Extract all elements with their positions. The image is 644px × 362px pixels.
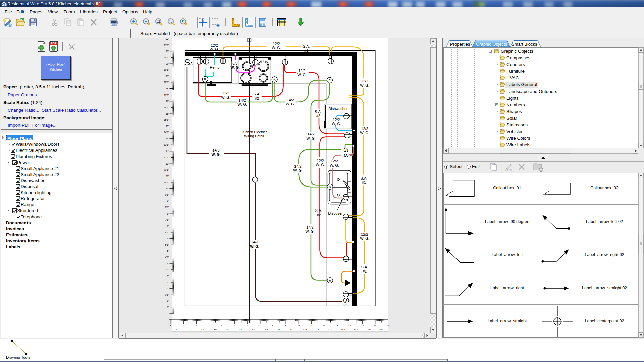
svg-text:11': 11' bbox=[310, 324, 313, 327]
svg-text:10': 10' bbox=[297, 324, 300, 327]
svg-text:W. G.: W. G. bbox=[211, 152, 221, 156]
svg-text:W. G.: W. G. bbox=[306, 136, 316, 140]
svg-text:Kichen Electrical: Kichen Electrical bbox=[242, 130, 268, 134]
svg-text:0FT: 0FT bbox=[169, 324, 173, 327]
svg-text:#2: #2 bbox=[317, 213, 321, 217]
svg-text:R: R bbox=[329, 185, 331, 189]
svg-text:6'6": 6'6" bbox=[165, 231, 169, 234]
svg-text:3'6": 3'6" bbox=[214, 328, 217, 331]
svg-text:19'6": 19'6" bbox=[164, 69, 169, 71]
svg-text:20': 20' bbox=[166, 63, 169, 65]
svg-text:15': 15' bbox=[166, 125, 169, 127]
svg-text:#1: #1 bbox=[362, 180, 366, 184]
svg-text:S.A.: S.A. bbox=[254, 92, 261, 96]
svg-text:4'6": 4'6" bbox=[226, 328, 230, 331]
svg-text:W. G.: W. G. bbox=[230, 65, 240, 69]
svg-text:8': 8' bbox=[167, 213, 169, 215]
svg-text:5': 5' bbox=[167, 250, 169, 252]
svg-text:11': 11' bbox=[166, 175, 169, 177]
svg-text:12/2: 12/2 bbox=[222, 91, 229, 95]
svg-text:S: S bbox=[184, 57, 190, 67]
svg-text:6': 6' bbox=[167, 237, 169, 240]
svg-text:14/2: 14/2 bbox=[238, 98, 246, 102]
svg-text:S: S bbox=[342, 298, 351, 303]
svg-text:14': 14' bbox=[348, 324, 351, 327]
svg-text:S.A.: S.A. bbox=[361, 265, 368, 269]
svg-text:Wiring Detail: Wiring Detail bbox=[244, 134, 264, 138]
svg-text:W. G.: W. G. bbox=[360, 83, 369, 87]
svg-text:1'6": 1'6" bbox=[188, 328, 192, 331]
svg-text:12'6": 12'6" bbox=[328, 328, 333, 331]
svg-text:6/3: 6/3 bbox=[232, 61, 237, 65]
svg-text:W. G.: W. G. bbox=[210, 47, 219, 51]
svg-text:W. G.: W. G. bbox=[221, 95, 230, 99]
svg-text:15'6": 15'6" bbox=[367, 328, 372, 331]
svg-text:W. G.: W. G. bbox=[272, 46, 281, 50]
svg-text:19': 19' bbox=[166, 75, 169, 77]
svg-text:7'6": 7'6" bbox=[265, 328, 269, 331]
svg-text:2': 2' bbox=[167, 287, 169, 290]
svg-text:S.A.: S.A. bbox=[315, 208, 322, 213]
svg-text:1'6": 1'6" bbox=[165, 294, 169, 296]
svg-text:#1: #1 bbox=[363, 269, 367, 273]
svg-text:12/2: 12/2 bbox=[361, 232, 368, 236]
svg-text:12/2: 12/2 bbox=[361, 79, 368, 83]
svg-text:21'6": 21'6" bbox=[164, 44, 169, 46]
svg-text:12/2: 12/2 bbox=[333, 118, 340, 122]
svg-text:12': 12' bbox=[166, 163, 169, 165]
svg-text:W. G.: W. G. bbox=[250, 244, 259, 248]
svg-text:9': 9' bbox=[167, 200, 169, 202]
svg-text:W. G.: W. G. bbox=[297, 73, 307, 77]
svg-text:W. G.: W. G. bbox=[360, 131, 369, 135]
svg-text:5'6": 5'6" bbox=[239, 328, 243, 331]
svg-text:6": 6" bbox=[167, 306, 169, 308]
svg-text:16'6": 16'6" bbox=[379, 328, 384, 331]
svg-text:18'6": 18'6" bbox=[164, 81, 169, 83]
svg-text:W. G.: W. G. bbox=[332, 122, 341, 126]
svg-text:7': 7' bbox=[167, 225, 169, 227]
svg-text:2'6": 2'6" bbox=[165, 281, 169, 284]
svg-text:W. G.: W. G. bbox=[360, 236, 369, 240]
svg-text:6": 6" bbox=[176, 328, 178, 331]
svg-text:6': 6' bbox=[247, 324, 248, 327]
svg-text:PDF: PDF bbox=[51, 42, 56, 45]
svg-text:R: R bbox=[204, 77, 206, 81]
svg-text:2': 2' bbox=[196, 324, 197, 327]
svg-text:#2: #2 bbox=[255, 96, 259, 100]
svg-text:#2: #2 bbox=[316, 114, 320, 118]
svg-text:17': 17' bbox=[387, 324, 389, 327]
svg-text:W. G.: W. G. bbox=[237, 102, 247, 106]
svg-text:9': 9' bbox=[285, 324, 287, 327]
svg-text:Disposer: Disposer bbox=[328, 211, 343, 215]
svg-text:3': 3' bbox=[208, 324, 210, 327]
svg-text:5: 5 bbox=[3, 3, 5, 6]
svg-text:12': 12' bbox=[323, 324, 325, 327]
svg-text:7': 7' bbox=[259, 324, 261, 327]
svg-text:12'6": 12'6" bbox=[164, 156, 169, 159]
svg-text:10'6": 10'6" bbox=[164, 181, 169, 184]
svg-text:16': 16' bbox=[166, 113, 169, 115]
svg-text:12/2: 12/2 bbox=[317, 159, 324, 163]
svg-text:10': 10' bbox=[166, 187, 169, 190]
svg-text:W. G.: W. G. bbox=[305, 229, 315, 233]
svg-text:12/2: 12/2 bbox=[211, 43, 218, 47]
svg-text:5'6": 5'6" bbox=[165, 244, 169, 246]
svg-text:17': 17' bbox=[166, 100, 169, 102]
svg-text:14/2: 14/2 bbox=[294, 164, 301, 168]
svg-text:13': 13' bbox=[166, 150, 169, 152]
svg-text:14/3: 14/3 bbox=[212, 148, 219, 152]
svg-text:W. G.: W. G. bbox=[293, 168, 303, 172]
svg-text:1': 1' bbox=[183, 324, 184, 327]
svg-text:7'6": 7'6" bbox=[165, 219, 169, 221]
svg-text:15': 15' bbox=[361, 324, 364, 327]
svg-text:14'6": 14'6" bbox=[354, 328, 359, 331]
svg-text:3: 3 bbox=[190, 62, 193, 66]
svg-text:#1: #1 bbox=[304, 48, 308, 52]
svg-text:3': 3' bbox=[167, 275, 169, 277]
svg-text:13'6": 13'6" bbox=[164, 144, 169, 146]
svg-text:8'6": 8'6" bbox=[165, 206, 169, 208]
svg-text:13'6": 13'6" bbox=[341, 328, 346, 331]
svg-text:R: R bbox=[273, 78, 276, 81]
svg-text:8'6": 8'6" bbox=[278, 328, 281, 331]
svg-text:16'6": 16'6" bbox=[164, 106, 169, 109]
